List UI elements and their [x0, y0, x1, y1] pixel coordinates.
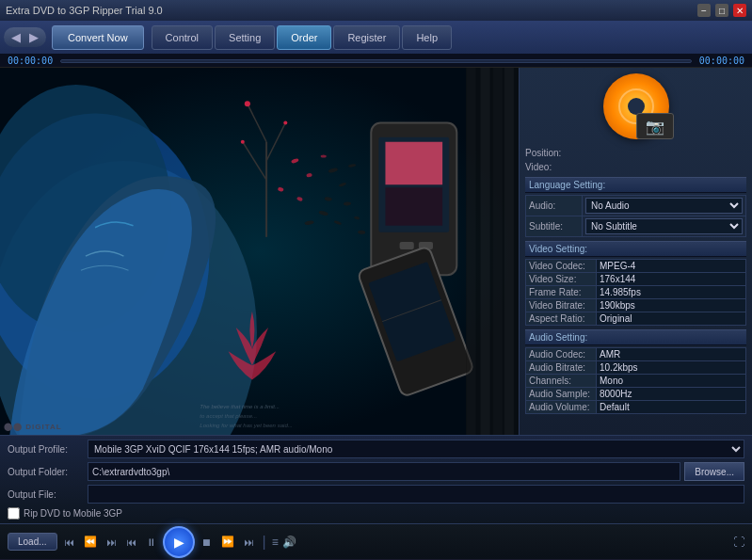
camera-icon: 📷 [636, 113, 674, 139]
aspect-ratio-label: Aspect Ratio: [526, 312, 597, 326]
maximize-button[interactable]: □ [715, 4, 728, 17]
time-start: 00:00:00 [8, 56, 53, 66]
aspect-ratio-value: Original [597, 312, 746, 326]
svg-text:Looking for what has yet been : Looking for what has yet been said... [200, 423, 293, 428]
window-controls: − □ ✕ [696, 4, 746, 17]
audio-codec-label: Audio Codec: [526, 348, 597, 361]
svg-rect-29 [385, 187, 442, 225]
main-content: The believe that time is a limit... to a… [0, 68, 752, 435]
close-button[interactable]: ✕ [733, 4, 746, 17]
output-profile-select[interactable]: Mobile 3GP XviD QCIF 176x144 15fps; AMR … [88, 440, 744, 458]
video-row: Video: [525, 161, 746, 173]
position-row: Position: [525, 147, 746, 159]
audio-info-table: Audio Codec: AMR Audio Bitrate: 10.2kbps… [525, 347, 746, 414]
subtitle-lang-select[interactable]: No Subtitle [585, 218, 743, 234]
audio-bitrate-label: Audio Bitrate: [526, 361, 597, 375]
volume-icon[interactable]: 🔊 [282, 536, 296, 549]
dolby-logo: ⬤⬤ DIGITAL [4, 423, 62, 431]
audio-codec-value: AMR [597, 348, 746, 361]
language-table: Audio: No Audio Subtitle: No Subtitle [525, 195, 746, 237]
video-bitrate-label: Video Bitrate: [526, 299, 597, 312]
subtitle-row: Subtitle: No Subtitle [526, 216, 746, 237]
progress-track[interactable] [60, 59, 692, 63]
channels-row: Channels: Mono [526, 375, 746, 388]
title-bar: Extra DVD to 3GP Ripper Trial 9.0 − □ ✕ [0, 0, 752, 21]
audio-bitrate-row: Audio Bitrate: 10.2kbps [526, 361, 746, 375]
video-info-table: Video Codec: MPEG-4 Video Size: 176x144 … [525, 259, 746, 326]
output-file-row: Output File: [8, 485, 744, 504]
tab-order[interactable]: Order [277, 25, 331, 50]
preview-svg: The believe that time is a limit... to a… [0, 68, 519, 435]
video-section-header: Video Setting: [525, 241, 746, 257]
video-codec-value: MPEG-4 [597, 260, 746, 273]
browse-button[interactable]: Browse... [684, 462, 744, 481]
audio-codec-row: Audio Codec: AMR [526, 348, 746, 361]
video-preview: The believe that time is a limit... to a… [0, 68, 519, 435]
audio-bitrate-value: 10.2kbps [597, 361, 746, 375]
back-forward-buttons: ◀ ▶ [4, 27, 46, 47]
skip-back-button[interactable]: ⏮ [123, 536, 139, 548]
rip-button-row: Rip DVD to Mobile 3GP [8, 507, 744, 520]
prev-skip-button[interactable]: ⏮ [61, 536, 77, 548]
audio-lang-cell: No Audio [583, 196, 746, 216]
svg-point-9 [283, 120, 287, 124]
video-bitrate-row: Video Bitrate: 190kbps [526, 299, 746, 312]
audio-volume-label: Audio Volume: [526, 401, 597, 414]
load-button[interactable]: Load... [8, 533, 57, 551]
pause-button[interactable]: ⏸ [143, 536, 159, 548]
back-button[interactable]: ◀ [8, 30, 24, 44]
tab-control[interactable]: Control [152, 25, 213, 50]
tab-setting[interactable]: Setting [215, 25, 275, 50]
audio-volume-value: Default [597, 401, 746, 414]
video-bitrate-value: 190kbps [597, 299, 746, 312]
frame-rate-value: 14.985fps [597, 286, 746, 299]
position-label: Position: [525, 148, 596, 158]
channels-value: Mono [597, 375, 746, 388]
svg-point-10 [241, 140, 245, 144]
audio-row: Audio: No Audio [526, 196, 746, 216]
rewind-button[interactable]: ⏪ [81, 536, 100, 548]
audio-sample-label: Audio Sample: [526, 388, 597, 401]
audio-lang-label: Audio: [526, 196, 583, 216]
minimize-button[interactable]: − [697, 4, 711, 17]
subtitle-lang-label: Subtitle: [526, 216, 583, 237]
svg-rect-28 [385, 142, 442, 184]
output-profile-label: Output Profile: [8, 444, 88, 455]
panel-icon-area: 📷 [525, 73, 746, 139]
video-codec-row: Video Codec: MPEG-4 [526, 260, 746, 273]
channels-label: Channels: [526, 375, 597, 388]
output-file-input[interactable] [88, 485, 744, 504]
video-codec-label: Video Codec: [526, 260, 597, 273]
fullscreen-button[interactable]: ⛶ [733, 536, 744, 549]
svg-rect-37 [481, 68, 490, 435]
svg-point-8 [245, 101, 250, 106]
audio-volume-row: Audio Volume: Default [526, 401, 746, 414]
output-folder-label: Output Folder: [8, 467, 88, 477]
svg-rect-30 [400, 242, 414, 249]
next-skip-button[interactable]: ⏭ [241, 536, 257, 548]
progress-bar-container: 00:00:00 00:00:00 [0, 55, 752, 68]
forward-button[interactable]: ▶ [25, 30, 42, 44]
playlist-icon[interactable]: ≡ [272, 536, 279, 549]
audio-lang-select[interactable]: No Audio [585, 198, 743, 214]
stop-button[interactable]: ⏹ [199, 536, 215, 548]
svg-point-44 [629, 99, 644, 114]
prev-frame-button[interactable]: ⏭ [104, 536, 120, 548]
forward-button[interactable]: ⏩ [218, 536, 237, 548]
svg-rect-38 [493, 68, 503, 435]
video-size-value: 176x144 [597, 273, 746, 286]
svg-rect-36 [466, 68, 475, 435]
output-folder-row: Output Folder: Browse... [8, 462, 744, 481]
output-folder-input[interactable] [88, 462, 680, 481]
preview-art: The believe that time is a limit... to a… [0, 68, 519, 435]
convert-now-button[interactable]: Convert Now [52, 25, 144, 50]
rip-checkbox[interactable] [8, 507, 20, 520]
play-icon: ▶ [174, 535, 184, 550]
play-button[interactable]: ▶ [163, 526, 195, 558]
tab-help[interactable]: Help [402, 25, 452, 50]
time-end: 00:00:00 [699, 56, 744, 66]
svg-text:The believe that time is a lim: The believe that time is a limit... [200, 404, 280, 409]
svg-rect-39 [504, 68, 514, 435]
tab-register[interactable]: Register [333, 25, 400, 50]
output-profile-row: Output Profile: Mobile 3GP XviD QCIF 176… [8, 440, 744, 458]
